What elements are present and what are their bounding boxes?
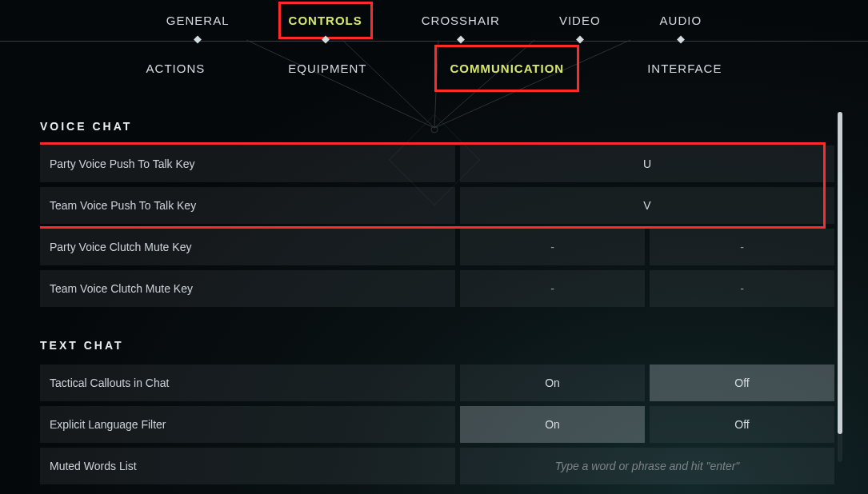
row-party-ptt: Party Voice Push To Talk Key U — [40, 145, 834, 182]
row-tactical-callouts: Tactical Callouts in Chat On Off — [40, 365, 834, 401]
keybind-secondary[interactable]: - — [650, 229, 834, 265]
toggle-off[interactable]: Off — [650, 365, 834, 401]
sub-tab-bar: ACTIONS EQUIPMENT COMMUNICATION INTERFAC… — [0, 42, 868, 94]
tab-video[interactable]: VIDEO — [558, 10, 602, 30]
tab-crosshair-label: CROSSHAIR — [422, 14, 500, 27]
scrollbar-thumb[interactable] — [838, 112, 842, 434]
muted-words-input[interactable] — [460, 448, 834, 484]
settings-panel: VOICE CHAT Party Voice Push To Talk Key … — [40, 110, 834, 494]
tab-general[interactable]: GENERAL — [165, 10, 231, 30]
keybind-secondary[interactable]: - — [650, 270, 834, 307]
tab-controls[interactable]: CONTROLS — [287, 10, 364, 30]
subtab-interface[interactable]: INTERFACE — [646, 58, 723, 78]
row-muted-words: Muted Words List — [40, 448, 834, 484]
muted-words-input-wrap — [460, 448, 834, 484]
row-team-clutch: Team Voice Clutch Mute Key - - — [40, 270, 834, 307]
row-party-clutch: Party Voice Clutch Mute Key - - — [40, 229, 834, 265]
row-label: Party Voice Clutch Mute Key — [40, 229, 455, 265]
keybind-primary[interactable]: - — [460, 229, 645, 265]
row-label: Explicit Language Filter — [40, 406, 455, 443]
keybind-value[interactable]: V — [460, 187, 834, 224]
row-team-ptt: Team Voice Push To Talk Key V — [40, 187, 834, 224]
top-tab-bar: GENERAL CONTROLS CROSSHAIR VIDEO AUDIO — [0, 0, 868, 42]
toggle-off[interactable]: Off — [650, 406, 834, 443]
row-explicit-filter: Explicit Language Filter On Off — [40, 406, 834, 443]
tab-audio-label: AUDIO — [660, 14, 702, 27]
row-label: Party Voice Push To Talk Key — [40, 145, 455, 182]
tab-controls-label: CONTROLS — [289, 14, 362, 27]
subtab-communication[interactable]: COMMUNICATION — [448, 58, 566, 78]
section-title-text-chat: TEXT CHAT — [40, 339, 834, 352]
tab-audio[interactable]: AUDIO — [658, 10, 704, 30]
tab-general-label: GENERAL — [166, 14, 230, 27]
row-label: Team Voice Push To Talk Key — [40, 187, 455, 224]
keybind-value[interactable]: U — [460, 145, 834, 182]
tab-crosshair[interactable]: CROSSHAIR — [420, 10, 502, 30]
row-label: Team Voice Clutch Mute Key — [40, 270, 455, 307]
section-title-voice-chat: VOICE CHAT — [40, 120, 834, 133]
toggle-on[interactable]: On — [460, 365, 645, 401]
subtab-equipment[interactable]: EQUIPMENT — [286, 58, 368, 78]
toggle-on[interactable]: On — [460, 406, 645, 443]
scrollbar[interactable] — [838, 112, 842, 462]
keybind-primary[interactable]: - — [460, 270, 645, 307]
subtab-actions[interactable]: ACTIONS — [145, 58, 207, 78]
row-label: Tactical Callouts in Chat — [40, 365, 455, 401]
row-label: Muted Words List — [40, 448, 455, 484]
tab-video-label: VIDEO — [559, 14, 601, 27]
